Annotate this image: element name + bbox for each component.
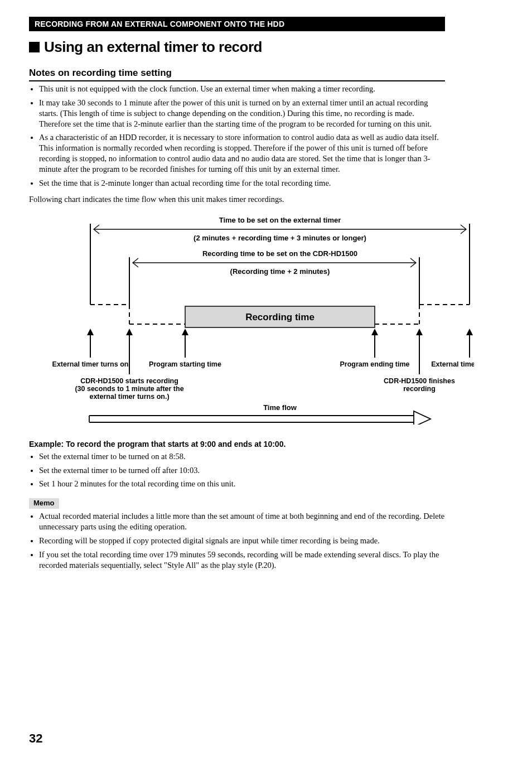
example-item: Set the external timer to be turned on a… xyxy=(39,451,445,462)
diagram-label: CDR-HD1500 finishes xyxy=(384,377,455,385)
memo-item: If you set the total recording time over… xyxy=(39,549,445,571)
svg-marker-24 xyxy=(466,329,473,335)
note-item: This unit is not equipped with the clock… xyxy=(39,84,445,94)
diagram-label: external timer turns on.) xyxy=(89,393,169,401)
svg-marker-14 xyxy=(87,329,94,335)
diagram-label: External timer turns off xyxy=(431,360,474,368)
subsection-heading: Notes on recording time setting xyxy=(29,67,445,81)
section-header-bar: RECORDING FROM AN EXTERNAL COMPONENT ONT… xyxy=(29,17,445,31)
diagram-label: External timer turns on xyxy=(52,360,129,368)
followup-text: Following chart indicates the time flow … xyxy=(29,194,445,205)
note-item: It may take 30 seconds to 1 minute after… xyxy=(39,98,445,129)
example-item: Set the external timer to be turned off … xyxy=(39,465,445,476)
page-title-text: Using an external timer to record xyxy=(44,38,262,55)
diagram-label: (30 seconds to 1 minute after the xyxy=(75,385,183,393)
square-bullet-icon xyxy=(29,42,40,52)
timing-diagram: Time to be set on the external timer (2 … xyxy=(29,213,474,425)
svg-marker-18 xyxy=(182,329,188,335)
svg-marker-16 xyxy=(126,329,133,335)
example-item: Set 1 hour 2 minutes for the total recor… xyxy=(39,479,445,489)
svg-marker-28 xyxy=(414,411,431,425)
example-list: Set the external timer to be turned on a… xyxy=(29,451,445,490)
svg-marker-22 xyxy=(416,329,423,335)
diagram-label: CDR-HD1500 starts recording xyxy=(80,377,178,385)
diagram-label: (2 minutes + recording time + 3 minutes … xyxy=(194,234,366,242)
time-flow-label: Time flow xyxy=(263,403,297,412)
memo-item: Actual recorded material includes a litt… xyxy=(39,511,445,532)
note-item: As a characteristic of an HDD recorder, … xyxy=(39,132,445,174)
diagram-label: Program ending time xyxy=(340,360,409,368)
diagram-label: recording xyxy=(403,385,436,393)
diagram-label: Recording time to be set on the CDR-HD15… xyxy=(202,249,357,258)
diagram-label: Program starting time xyxy=(149,360,221,368)
recording-time-box-label: Recording time xyxy=(245,312,315,322)
notes-list: This unit is not equipped with the clock… xyxy=(29,84,445,189)
memo-label: Memo xyxy=(29,498,59,509)
page-title: Using an external timer to record xyxy=(29,38,445,57)
diagram-label: (Recording time + 2 minutes) xyxy=(230,267,330,276)
memo-list: Actual recorded material includes a litt… xyxy=(29,511,445,570)
example-heading: Example: To record the program that star… xyxy=(29,439,445,449)
diagram-label: Time to be set on the external timer xyxy=(219,216,341,224)
memo-item: Recording will be stopped if copy protec… xyxy=(39,536,445,546)
svg-marker-20 xyxy=(371,329,378,335)
note-item: Set the time that is 2-minute longer tha… xyxy=(39,178,445,189)
